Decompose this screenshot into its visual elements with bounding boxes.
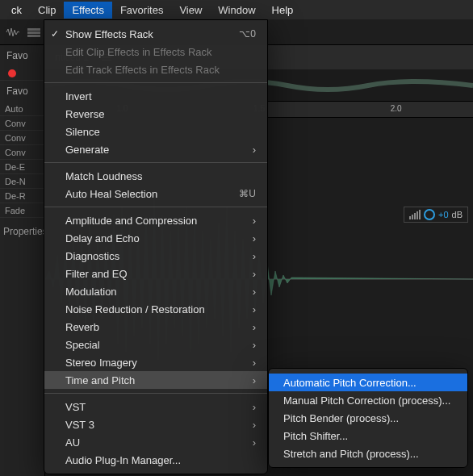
- dd-stereo-imagery[interactable]: Stereo Imagery›: [44, 353, 267, 371]
- dd-au[interactable]: AU›: [44, 433, 267, 451]
- chevron-right-icon: ›: [253, 250, 256, 262]
- dd-modulation[interactable]: Modulation›: [44, 282, 267, 300]
- dd-amplitude[interactable]: Amplitude and Compression›: [44, 211, 267, 229]
- sidebar-record-row[interactable]: [0, 66, 44, 81]
- ruler-tick: 2.0: [391, 104, 402, 113]
- svg-rect-1: [27, 31, 40, 34]
- dd-delay-echo[interactable]: Delay and Echo›: [44, 229, 267, 247]
- dd-label: Diagnostics: [65, 250, 119, 262]
- dd-label: Show Effects Rack: [65, 28, 153, 40]
- dd-edit-clip-effects: Edit Clip Effects in Effects Rack: [44, 43, 267, 61]
- chevron-right-icon: ›: [253, 419, 256, 431]
- sub-stretch-pitch[interactable]: Stretch and Pitch (process)...: [269, 445, 467, 462]
- gain-unit: dB: [452, 210, 463, 219]
- dd-label: VST: [65, 401, 86, 413]
- dd-shortcut: ⌥0: [239, 28, 256, 40]
- dd-edit-track-effects: Edit Track Effects in Effects Rack: [44, 61, 267, 78]
- dd-plugin-manager[interactable]: Audio Plug-In Manager...: [44, 451, 267, 469]
- toolbar-multitrack-icon[interactable]: [26, 24, 42, 40]
- dd-diagnostics[interactable]: Diagnostics›: [44, 247, 267, 265]
- menu-effects[interactable]: Effects: [64, 2, 112, 19]
- dd-label: Automatic Pitch Correction...: [283, 377, 416, 389]
- dd-filter-eq[interactable]: Filter and EQ›: [44, 265, 267, 282]
- gain-knob-icon[interactable]: [424, 209, 435, 220]
- dd-label: Delay and Echo: [65, 232, 140, 244]
- dd-label: Noise Reduction / Restoration: [65, 303, 205, 315]
- menubar: ck Clip Effects Favorites View Window He…: [0, 0, 473, 19]
- dd-reverse[interactable]: Reverse: [44, 105, 267, 123]
- sidebar-item[interactable]: Conv: [0, 116, 44, 131]
- dd-auto-heal[interactable]: Auto Heal Selection⌘U: [44, 185, 267, 203]
- dd-silence[interactable]: Silence: [44, 123, 267, 140]
- dd-invert[interactable]: Invert: [44, 87, 267, 105]
- dd-vst[interactable]: VST›: [44, 398, 267, 415]
- svg-rect-2: [27, 35, 40, 37]
- menu-view[interactable]: View: [171, 2, 210, 19]
- sidebar-item[interactable]: Auto: [0, 102, 44, 116]
- menu-help[interactable]: Help: [264, 2, 302, 19]
- chevron-right-icon: ›: [253, 321, 256, 333]
- dd-label: Auto Heal Selection: [65, 188, 157, 200]
- menu-window[interactable]: Window: [210, 2, 263, 19]
- check-icon: ✓: [51, 28, 59, 40]
- dd-label: Silence: [65, 126, 100, 138]
- sidebar-item[interactable]: De-E: [0, 160, 44, 174]
- dd-show-effects-rack[interactable]: ✓ Show Effects Rack ⌥0: [44, 25, 267, 43]
- toolbar-waveform-icon[interactable]: [5, 24, 21, 40]
- dd-noise-reduction[interactable]: Noise Reduction / Restoration›: [44, 300, 267, 318]
- separator: [44, 82, 267, 83]
- dd-label: Time and Pitch: [65, 374, 135, 386]
- menu-back[interactable]: ck: [3, 2, 30, 19]
- dd-label: Filter and EQ: [65, 268, 128, 280]
- gain-badge[interactable]: +0 dB: [404, 207, 468, 223]
- menu-clip[interactable]: Clip: [30, 2, 64, 19]
- chevron-right-icon: ›: [253, 401, 256, 413]
- sidebar-item[interactable]: De-N: [0, 174, 44, 189]
- chevron-right-icon: ›: [253, 144, 256, 156]
- dd-label: Special: [65, 339, 100, 351]
- record-dot-icon: [8, 69, 16, 77]
- dd-label: VST 3: [65, 419, 94, 431]
- dd-match-loudness[interactable]: Match Loudness: [44, 167, 267, 185]
- sidebar-item[interactable]: Conv: [0, 145, 44, 160]
- separator: [44, 162, 267, 163]
- dd-label: Edit Track Effects in Effects Rack: [65, 64, 220, 76]
- sidebar-item[interactable]: Fade: [0, 203, 44, 218]
- dd-label: Modulation: [65, 286, 117, 298]
- dd-time-and-pitch[interactable]: Time and Pitch›: [44, 371, 267, 389]
- sub-pitch-bender[interactable]: Pitch Bender (process)...: [269, 409, 467, 427]
- sub-automatic-pitch[interactable]: Automatic Pitch Correction...: [269, 374, 467, 391]
- dd-label: Reverse: [65, 108, 104, 120]
- dd-shortcut: ⌘U: [239, 188, 256, 199]
- level-bars-icon: [409, 210, 421, 219]
- gain-value: +0: [438, 210, 449, 219]
- menu-favorites[interactable]: Favorites: [112, 2, 171, 19]
- sub-manual-pitch[interactable]: Manual Pitch Correction (process)...: [269, 391, 467, 409]
- chevron-right-icon: ›: [253, 268, 256, 280]
- dd-reverb[interactable]: Reverb›: [44, 318, 267, 336]
- time-and-pitch-submenu: Automatic Pitch Correction... Manual Pit…: [268, 368, 468, 468]
- dd-vst3[interactable]: VST 3›: [44, 415, 267, 433]
- dd-label: Invert: [65, 90, 92, 102]
- sidebar-item[interactable]: Conv: [0, 131, 44, 145]
- chevron-right-icon: ›: [253, 286, 256, 298]
- effects-dropdown: ✓ Show Effects Rack ⌥0 Edit Clip Effects…: [44, 19, 268, 474]
- dd-label: Pitch Bender (process)...: [283, 412, 399, 424]
- chevron-right-icon: ›: [253, 339, 256, 351]
- dd-label: Manual Pitch Correction (process)...: [283, 395, 450, 407]
- dd-label: Stretch and Pitch (process)...: [283, 448, 419, 460]
- chevron-right-icon: ›: [253, 215, 256, 227]
- svg-rect-0: [27, 28, 40, 31]
- sidebar-item[interactable]: De-R: [0, 189, 44, 203]
- dd-label: Reverb: [65, 321, 99, 333]
- sidebar: Favo Favo Auto Conv Conv Conv De-E De-N …: [0, 45, 45, 476]
- dd-label: Edit Clip Effects in Effects Rack: [65, 46, 212, 58]
- dd-generate[interactable]: Generate›: [44, 140, 267, 158]
- properties-panel-label: Properties: [0, 218, 44, 237]
- sub-pitch-shifter[interactable]: Pitch Shifter...: [269, 427, 467, 445]
- sidebar-section-favorites-2: Favo: [0, 81, 44, 102]
- chevron-right-icon: ›: [253, 436, 256, 449]
- chevron-right-icon: ›: [253, 303, 256, 315]
- dd-label: Audio Plug-In Manager...: [65, 454, 181, 466]
- dd-special[interactable]: Special›: [44, 336, 267, 353]
